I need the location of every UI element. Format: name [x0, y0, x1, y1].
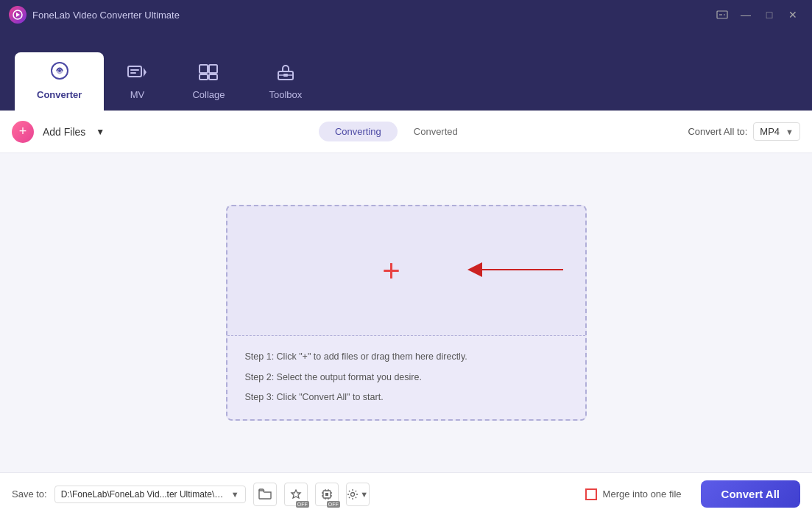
svg-point-6: [58, 69, 61, 72]
add-files-label: Add Files: [43, 126, 85, 138]
app-title: FoneLab Video Converter Ultimate: [32, 10, 180, 21]
instruction-2: Step 2: Select the output format you des…: [245, 371, 568, 385]
mv-icon: [127, 64, 146, 85]
settings-button[interactable]: ▼: [346, 483, 370, 506]
merge-label: Merge into one file: [603, 488, 682, 500]
drop-zone-top[interactable]: +: [227, 206, 585, 335]
boost-off-badge: OFF: [296, 501, 309, 508]
drop-plus-icon: +: [382, 256, 400, 287]
svg-rect-9: [130, 69, 139, 71]
convert-all-button[interactable]: Convert All: [701, 480, 800, 508]
tab-mv[interactable]: MV: [104, 55, 170, 111]
format-dropdown-arrow: ▼: [785, 127, 794, 136]
svg-rect-7: [128, 66, 141, 77]
toolbox-icon: [276, 64, 295, 85]
add-files-plus-button[interactable]: +: [12, 121, 34, 143]
main-content: + Step 1: Click "+" to add files or drag…: [0, 153, 812, 472]
open-folder-button[interactable]: [253, 483, 277, 506]
tab-converter[interactable]: Converter: [15, 52, 104, 111]
hardware-boost-button[interactable]: OFF: [315, 483, 339, 506]
bottom-bar: Save to: D:\FoneLab\FoneLab Vid...ter Ul…: [0, 472, 812, 515]
drop-zone[interactable]: + Step 1: Click "+" to add files or drag…: [226, 205, 587, 421]
boost-button[interactable]: OFF: [284, 483, 308, 506]
instruction-1: Step 1: Click "+" to add files or drag t…: [245, 351, 568, 364]
format-value: MP4: [760, 126, 780, 137]
svg-point-30: [351, 492, 355, 496]
drop-zone-instructions: Step 1: Click "+" to add files or drag t…: [227, 336, 585, 419]
collage-icon: [199, 64, 218, 85]
svg-rect-21: [325, 493, 328, 496]
tab-collage-label: Collage: [192, 89, 225, 100]
app-icon: [9, 6, 27, 24]
close-button[interactable]: ✕: [783, 7, 803, 23]
convert-all-to-area: Convert All to: MP4 ▼: [688, 122, 800, 141]
arrow-indicator: [467, 259, 563, 284]
svg-rect-11: [200, 65, 208, 73]
title-bar-controls: — □ ✕: [712, 7, 803, 23]
maximize-button[interactable]: □: [759, 7, 780, 23]
title-bar: FoneLab Video Converter Ultimate — □ ✕: [0, 0, 812, 29]
svg-rect-17: [283, 74, 288, 77]
converted-tab[interactable]: Converted: [398, 122, 474, 141]
save-to-label: Save to:: [12, 488, 47, 500]
toolbar: + Add Files ▼ Converting Converted Conve…: [0, 111, 812, 153]
settings-dropdown-arrow: ▼: [360, 490, 368, 499]
nav-bar: Converter MV Collage: [0, 29, 812, 111]
add-files-dropdown-arrow[interactable]: ▼: [96, 127, 105, 137]
minimize-button[interactable]: —: [735, 7, 756, 23]
svg-rect-10: [130, 72, 136, 74]
svg-rect-12: [209, 65, 217, 73]
svg-rect-14: [209, 74, 217, 80]
tab-mv-label: MV: [130, 89, 145, 100]
tab-toolbox[interactable]: Toolbox: [247, 55, 325, 111]
merge-checkbox-area: Merge into one file: [585, 488, 682, 500]
captions-button[interactable]: [712, 7, 732, 23]
merge-checkbox[interactable]: [585, 488, 597, 500]
hardware-off-badge: OFF: [327, 501, 340, 508]
svg-marker-19: [467, 262, 482, 277]
save-path-dropdown-arrow: ▼: [231, 490, 239, 499]
convert-all-to-label: Convert All to:: [688, 126, 747, 137]
svg-marker-1: [16, 13, 20, 17]
instruction-3: Step 3: Click "Convert All" to start.: [245, 391, 568, 404]
tab-converter-label: Converter: [37, 89, 82, 100]
format-select[interactable]: MP4 ▼: [753, 122, 800, 141]
toolbar-tabs: Converting Converted: [319, 122, 474, 141]
tab-collage[interactable]: Collage: [170, 55, 247, 111]
svg-rect-13: [200, 74, 208, 80]
converting-tab[interactable]: Converting: [319, 122, 398, 141]
save-path-selector[interactable]: D:\FoneLab\FoneLab Vid...ter Ultimate\Co…: [54, 486, 246, 503]
tab-toolbox-label: Toolbox: [269, 89, 303, 100]
converter-icon: [50, 61, 69, 85]
title-bar-left: FoneLab Video Converter Ultimate: [9, 6, 180, 24]
save-path-text: D:\FoneLab\FoneLab Vid...ter Ultimate\Co…: [61, 489, 227, 500]
svg-marker-8: [144, 68, 146, 77]
